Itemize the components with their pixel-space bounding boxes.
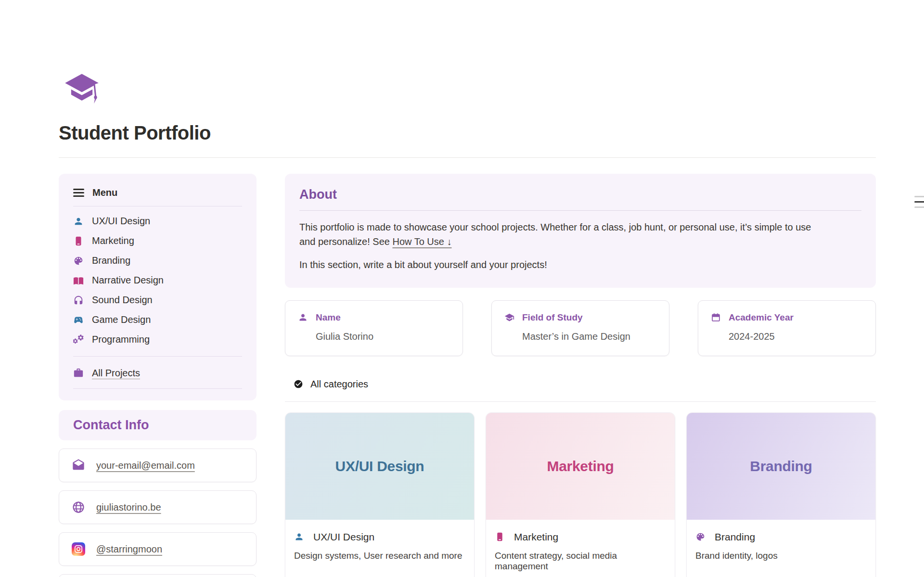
sidebar-item-label: Marketing [92, 235, 134, 246]
info-cards-row: Name Giulia Storino Field of Study Maste… [285, 300, 876, 356]
info-card-value: 2024-2025 [729, 331, 863, 342]
info-card-value: Master’s in Game Design [522, 331, 656, 342]
sidebar-item-all-projects[interactable]: All Projects [73, 361, 242, 385]
category-card-description: Design systems, User research and more [294, 551, 465, 561]
headphones-icon [73, 295, 84, 306]
palette-icon [695, 532, 706, 542]
divider [299, 210, 861, 211]
menu-title: Menu [92, 187, 117, 198]
page-title: Student Portfolio [59, 122, 876, 144]
category-card-title: Branding [715, 531, 755, 543]
info-card-label: Academic Year [729, 312, 794, 323]
contact-info-panel: Contact Info [59, 410, 257, 440]
smartphone-icon [73, 236, 84, 246]
sidebar: Menu UX/UI Design Marketing [59, 174, 257, 577]
info-card-academic-year: Academic Year 2024-2025 [698, 300, 876, 356]
sidebar-item-label: All Projects [92, 368, 140, 379]
sidebar-item-label: Narrative Design [92, 275, 164, 286]
info-card-field-of-study: Field of Study Master’s in Game Design [491, 300, 669, 356]
how-to-use-link[interactable]: How To Use ↓ [392, 236, 451, 247]
graduation-cap-icon [59, 66, 105, 106]
instagram-icon [72, 542, 85, 556]
category-card-cover-title: Marketing [547, 458, 614, 474]
info-card-name: Name Giulia Storino [285, 300, 463, 356]
sidebar-item-label: Game Design [92, 314, 151, 325]
check-circle-icon [294, 379, 303, 389]
category-card-branding[interactable]: Branding Branding Brand identity, logos [686, 412, 876, 577]
category-filter-label: All categories [310, 379, 368, 390]
divider [73, 388, 242, 389]
person-icon [294, 532, 304, 542]
globe-icon [72, 500, 85, 514]
category-card-cover: Marketing [486, 413, 675, 520]
gears-icon [73, 334, 84, 345]
table-of-contents-icon[interactable] [914, 196, 924, 212]
smartphone-icon [495, 532, 505, 542]
menu-panel: Menu UX/UI Design Marketing [59, 174, 257, 400]
category-card-description: Brand identity, logos [695, 551, 867, 561]
gamepad-icon [73, 315, 84, 325]
category-card-cover-title: UX/UI Design [335, 458, 424, 474]
graduation-cap-icon [504, 312, 514, 322]
contact-instagram-link: @starringmoon [96, 544, 162, 555]
about-title: About [299, 187, 861, 202]
sidebar-item-label: Programming [92, 334, 150, 345]
sidebar-item-label: UX/UI Design [92, 216, 150, 227]
sidebar-item-narrative-design[interactable]: Narrative Design [73, 270, 242, 290]
calendar-icon [711, 312, 721, 322]
contact-info-title: Contact Info [73, 418, 242, 433]
category-card-cover: UX/UI Design [285, 413, 474, 520]
sidebar-item-label: Branding [92, 255, 130, 266]
contact-email-link: your-email@email.com [96, 460, 195, 471]
sidebar-item-label: Sound Design [92, 295, 153, 306]
category-card-cover-title: Branding [750, 458, 812, 474]
hamburger-icon [73, 189, 84, 197]
category-card-title: Marketing [514, 531, 558, 543]
sidebar-item-programming[interactable]: Programming [73, 330, 242, 349]
about-paragraph: This portfolio is made to showcase your … [299, 220, 824, 249]
about-paragraph-text: This portfolio is made to showcase your … [299, 222, 811, 247]
category-card-uxui-design[interactable]: UX/UI Design UX/UI Design Design systems… [285, 412, 475, 577]
main-content: About This portfolio is made to showcase… [285, 174, 876, 577]
category-cards-row: UX/UI Design UX/UI Design Design systems… [285, 412, 876, 577]
briefcase-icon [73, 368, 84, 378]
page: Student Portfolio Menu UX/UI Design [0, 66, 924, 577]
contact-linkedin[interactable]: in Giulia Storino [59, 574, 257, 577]
info-card-value: Giulia Storino [316, 331, 450, 342]
category-card-description: Content strategy, social media managemen… [495, 551, 666, 572]
contact-website-link: giuliastorino.be [96, 502, 161, 513]
contact-website[interactable]: giuliastorino.be [59, 490, 257, 524]
category-filter[interactable]: All categories [285, 379, 876, 402]
sidebar-item-marketing[interactable]: Marketing [73, 231, 242, 251]
info-card-label: Name [316, 312, 341, 323]
sidebar-item-sound-design[interactable]: Sound Design [73, 290, 242, 310]
palette-icon [73, 256, 84, 266]
about-section: About This portfolio is made to showcase… [285, 174, 876, 288]
category-card-marketing[interactable]: Marketing Marketing Content strategy, so… [486, 412, 675, 577]
divider [73, 206, 242, 206]
open-book-icon [73, 275, 84, 286]
divider [59, 157, 876, 158]
divider [73, 356, 242, 357]
category-card-cover: Branding [687, 413, 875, 520]
menu-header: Menu [73, 187, 242, 198]
about-paragraph-2: In this section, write a bit about yours… [299, 258, 824, 272]
sidebar-item-branding[interactable]: Branding [73, 251, 242, 270]
category-card-title: UX/UI Design [313, 531, 374, 543]
person-icon [73, 216, 84, 227]
sidebar-item-uxui-design[interactable]: UX/UI Design [73, 211, 242, 231]
mail-open-icon [72, 459, 85, 472]
sidebar-item-game-design[interactable]: Game Design [73, 310, 242, 330]
person-icon [298, 312, 308, 322]
contact-email[interactable]: your-email@email.com [59, 449, 257, 482]
info-card-label: Field of Study [522, 312, 583, 323]
contact-instagram[interactable]: @starringmoon [59, 532, 257, 566]
